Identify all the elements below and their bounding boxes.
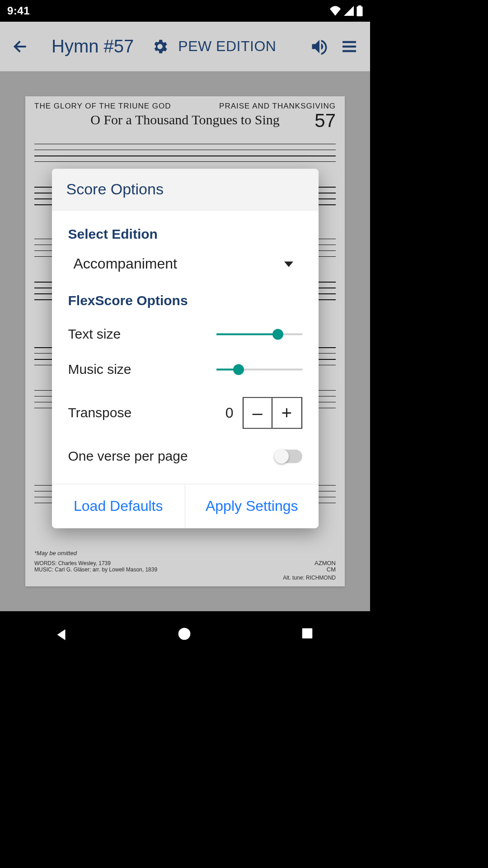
transpose-minus-button[interactable]: – [244,398,272,428]
text-size-label: Text size [68,326,121,342]
page-area: THE GLORY OF THE TRIUNE GOD PRAISE AND T… [0,71,370,611]
back-button[interactable] [9,35,33,58]
audio-button[interactable] [308,35,331,58]
status-bar: 9:41 [0,0,370,22]
hamburger-icon [340,38,358,56]
speaker-icon [310,37,329,57]
nav-recent-button[interactable] [300,627,317,643]
one-verse-label: One verse per page [68,448,188,464]
one-verse-toggle[interactable] [274,449,302,463]
menu-button[interactable] [338,35,361,58]
gear-icon [151,38,169,56]
status-time: 9:41 [7,5,30,17]
page-title: Hymn #57 [52,36,134,57]
music-size-slider[interactable] [216,365,302,374]
svg-rect-0 [357,6,362,16]
select-edition-heading: Select Edition [68,226,302,242]
nav-home-button[interactable] [177,627,193,643]
status-icons [329,5,363,16]
flexscore-heading: FlexScore Options [68,293,302,308]
cell-icon [344,6,354,16]
transpose-label: Transpose [68,405,132,420]
text-size-slider[interactable] [216,330,302,339]
battery-icon [357,5,363,16]
transpose-plus-button[interactable]: + [272,398,301,428]
svg-point-2 [178,628,190,640]
edition-dropdown[interactable]: Accompaniment [68,250,302,287]
edition-value: Accompaniment [74,255,177,272]
android-nav-bar [0,611,370,658]
settings-button[interactable] [148,35,172,58]
nav-back-button[interactable] [54,627,70,643]
dialog-title: Score Options [52,169,319,210]
edition-label[interactable]: PEW EDITION [178,38,276,55]
arrow-back-icon [12,38,30,56]
load-defaults-button[interactable]: Load Defaults [52,484,186,528]
svg-rect-1 [358,5,361,7]
wifi-icon [329,6,341,16]
music-size-label: Music size [68,362,131,377]
transpose-value: 0 [225,405,234,421]
score-options-dialog: Score Options Select Edition Accompanime… [52,169,319,528]
toolbar: Hymn #57 PEW EDITION [0,22,370,71]
chevron-down-icon [284,261,293,267]
transpose-stepper: – + [243,397,302,429]
svg-rect-3 [302,628,312,639]
apply-settings-button[interactable]: Apply Settings [185,484,319,528]
toggle-knob [274,449,289,463]
